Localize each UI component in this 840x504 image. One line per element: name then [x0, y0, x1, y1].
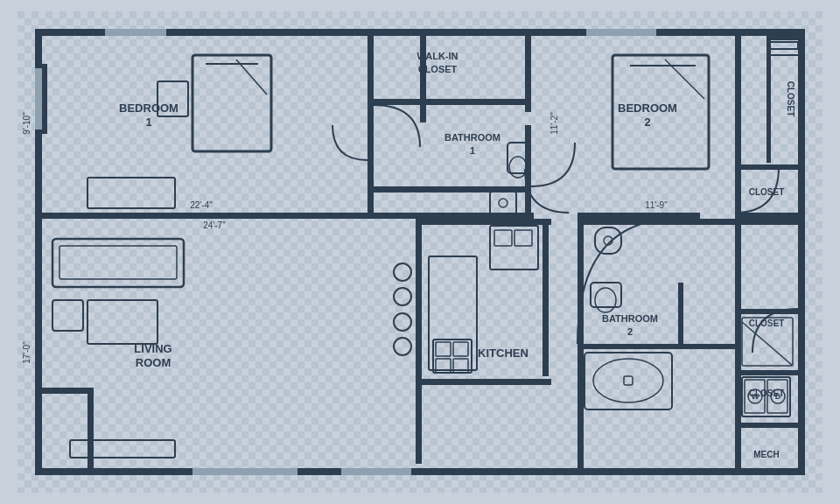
- svg-rect-34: [416, 219, 551, 225]
- mech-label: MECH: [753, 450, 779, 459]
- svg-rect-37: [88, 388, 94, 475]
- svg-rect-90: [586, 29, 656, 36]
- svg-rect-89: [105, 29, 166, 36]
- svg-rect-7: [35, 468, 805, 475]
- washer-label: W: [752, 392, 760, 401]
- svg-rect-22: [735, 164, 798, 170]
- bathroom1-label2: 1: [470, 145, 475, 156]
- svg-rect-26: [735, 219, 741, 468]
- svg-rect-8: [798, 29, 805, 475]
- svg-rect-33: [416, 219, 422, 464]
- svg-rect-11: [735, 213, 798, 219]
- svg-rect-10: [578, 213, 700, 219]
- dim-9-10-label: 9'-10": [22, 112, 32, 135]
- dim-11-9-label: 11'-9": [645, 200, 668, 210]
- svg-rect-45: [35, 68, 42, 130]
- svg-rect-30: [735, 370, 798, 375]
- dim-11-2-label: 11'-2": [550, 112, 559, 135]
- dim-22-4-label: 22'-4": [190, 200, 213, 210]
- svg-rect-15: [735, 29, 741, 213]
- svg-rect-35: [416, 379, 551, 385]
- bathroom2-label: BATHROOM: [602, 313, 658, 324]
- walkin-closet-label: WALK-IN: [416, 51, 458, 61]
- dim-17-0-label: 17'-0": [22, 341, 32, 364]
- closet-topright-label: CLOSET: [786, 81, 795, 117]
- bathroom2-label2: 2: [627, 326, 633, 337]
- bedroom1-label2: 1: [145, 116, 151, 129]
- bedroom2-label: BEDROOM: [618, 102, 677, 115]
- livingroom-label: LIVING: [134, 342, 172, 355]
- svg-rect-12: [368, 29, 374, 213]
- svg-rect-17: [420, 29, 426, 122]
- closet-midright-label: CLOSET: [749, 187, 785, 197]
- svg-rect-31: [735, 423, 798, 428]
- walkin-closet-label2: CLOSET: [418, 64, 458, 74]
- svg-rect-16: [368, 99, 525, 105]
- svg-rect-32: [542, 219, 549, 376]
- bathroom1-label: BATHROOM: [444, 132, 500, 143]
- svg-rect-43: [42, 64, 47, 134]
- bedroom2-label2: 2: [644, 116, 650, 129]
- svg-rect-27: [578, 344, 739, 349]
- closet-lowerright-label: CLOSET: [749, 318, 785, 328]
- svg-rect-19: [368, 186, 424, 192]
- svg-rect-28: [678, 283, 683, 344]
- kitchen-label: KITCHEN: [478, 346, 528, 360]
- bedroom1-label: BEDROOM: [119, 102, 178, 115]
- livingroom-label2: ROOM: [136, 356, 171, 369]
- svg-rect-25: [735, 219, 798, 225]
- svg-rect-9: [35, 213, 534, 219]
- svg-rect-13: [525, 29, 531, 112]
- dryer-label: D: [775, 392, 781, 401]
- svg-rect-36: [35, 388, 92, 394]
- floorplan-svg: BEDROOM 1 WALK-IN CLOSET BATHROOM 1 BEDR…: [18, 11, 822, 493]
- svg-rect-92: [341, 468, 411, 475]
- svg-rect-20: [766, 36, 798, 40]
- dim-24-7-label: 24'-7": [203, 220, 226, 230]
- svg-rect-91: [192, 468, 298, 475]
- floorplan-container: BEDROOM 1 WALK-IN CLOSET BATHROOM 1 BEDR…: [18, 11, 822, 493]
